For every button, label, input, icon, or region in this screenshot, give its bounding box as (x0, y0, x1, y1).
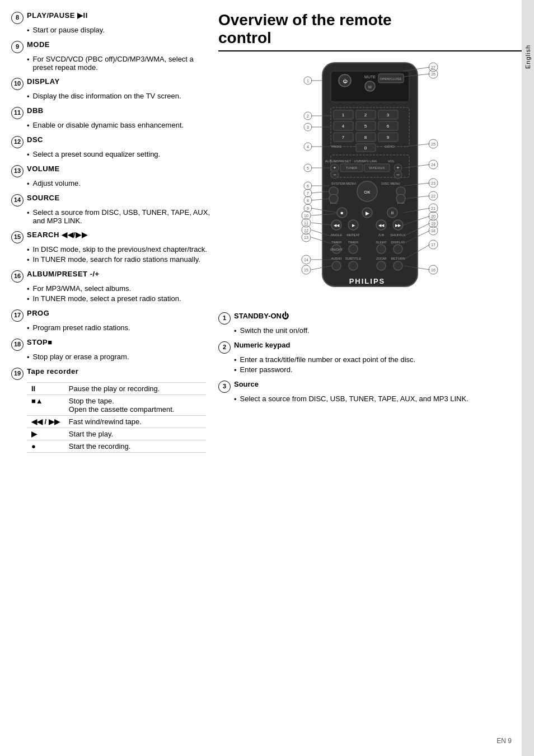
bullet-icon: • (27, 246, 30, 254)
section-19-number: 19 (11, 368, 24, 380)
section-13-title: VOLUME (27, 165, 60, 173)
svg-text:OK: OK (364, 190, 371, 195)
right-section-3-header: 3 Source (218, 380, 522, 393)
svg-text:◀◀: ◀◀ (378, 223, 385, 227)
section-11-number: 11 (11, 107, 24, 119)
right-sections: 1 STANDBY-ON⏻ • Switch the unit on/off. … (218, 312, 522, 403)
left-column: 8 PLAY/PAUSE ▶II • Start or pause displa… (11, 11, 218, 745)
svg-point-85 (394, 245, 402, 253)
section-15-body: • In DISC mode, skip to the previous/nex… (27, 245, 210, 264)
svg-text:TIMER: TIMER (331, 241, 342, 244)
svg-text:9: 9 (387, 135, 390, 140)
bullet-icon: • (27, 151, 30, 159)
svg-text:8: 8 (364, 135, 367, 140)
section-10-title: DISPLAY (27, 77, 60, 86)
tape-row-play: ▶ Start the play. (27, 428, 206, 440)
right-section-3-title: Source (234, 380, 259, 388)
right-section-1-number: 1 (218, 312, 231, 325)
svg-point-83 (349, 245, 358, 253)
remote-svg: ⏻ MUTE OPEN/CLOSE M (280, 57, 460, 303)
svg-text:23: 23 (431, 181, 435, 185)
svg-text:−: − (396, 172, 399, 177)
bullet-icon: • (234, 356, 237, 364)
section-8: 8 PLAY/PAUSE ▶II • Start or pause displa… (11, 11, 210, 35)
svg-text:0: 0 (364, 145, 367, 151)
svg-text:2: 2 (364, 112, 367, 118)
svg-text:6: 6 (387, 124, 390, 129)
remote-diagram: ⏻ MUTE OPEN/CLOSE M (280, 57, 460, 303)
section-13-body: • Adjust volume. (27, 179, 210, 188)
section-17-bullet-1: • Program preset radio stations. (27, 323, 210, 332)
svg-point-93 (394, 261, 402, 270)
right-section-1-bullet-1: • Switch the unit on/off. (234, 326, 522, 335)
page-footer: EN 9 (496, 737, 512, 745)
section-11-bullet-1: • Enable or disable dynamic bass enhance… (27, 121, 210, 130)
bullet-icon: • (27, 285, 30, 293)
tape-row-stop: ■▲ Stop the tape.Open the cassette compa… (27, 395, 206, 416)
bullet-icon: • (234, 395, 237, 403)
section-8-number: 8 (11, 12, 24, 24)
svg-text:RETURN: RETURN (391, 257, 405, 260)
tape-row-wind: ◀◀ / ▶▶ Fast wind/rewind tape. (27, 416, 206, 428)
svg-point-84 (377, 245, 386, 253)
bullet-icon: • (27, 26, 30, 35)
section-15-header: 15 SEARCH ◀◀/▶▶ (11, 231, 210, 243)
section-15-bullet-2: • In TUNER mode, search for radio statio… (27, 255, 210, 264)
tape-desc-pause: Pause the play or recording. (64, 383, 206, 395)
svg-text:12: 12 (304, 228, 308, 232)
tape-desc-stop: Stop the tape.Open the cassette compartm… (64, 395, 206, 416)
page-title: Overview of the remotecontrol (218, 11, 522, 51)
tape-row-pause: II Pause the play or recording. (27, 383, 206, 395)
svg-text:PROG: PROG (331, 145, 341, 148)
section-9-number: 9 (11, 41, 24, 53)
section-16-body: • For MP3/WMA, select albums. • In TUNER… (27, 284, 210, 303)
right-section-3-bullet-1: • Select a source from DISC, USB, TUNER,… (234, 395, 522, 403)
svg-text:▶: ▶ (366, 210, 369, 216)
section-13: 13 VOLUME • Adjust volume. (11, 165, 210, 188)
right-section-3-body: • Select a source from DISC, USB, TUNER,… (234, 395, 522, 403)
section-14-body: • Select a source from DISC, USB, TUNER,… (27, 208, 210, 225)
svg-text:GOTO: GOTO (385, 145, 395, 148)
svg-text:REPEAT: REPEAT (346, 233, 360, 237)
svg-text:⏻: ⏻ (343, 79, 348, 84)
svg-text:2: 2 (307, 114, 309, 118)
right-section-1-title: STANDBY-ON⏻ (234, 312, 289, 320)
svg-text:9: 9 (307, 206, 309, 210)
section-8-title: PLAY/PAUSE ▶II (27, 11, 88, 20)
section-19-title: Tape recorder (27, 367, 78, 375)
bullet-icon: • (27, 209, 30, 217)
bullet-icon: • (234, 327, 237, 335)
section-16-number: 16 (11, 270, 24, 283)
section-11-title: DBB (27, 106, 44, 115)
section-12-body: • Select a preset sound equalizer settin… (27, 150, 210, 159)
svg-text:3: 3 (387, 112, 390, 118)
section-9: 9 MODE • For SVCD/VCD (PBC off)/CD/MP3/W… (11, 40, 210, 72)
svg-text:16: 16 (431, 268, 435, 272)
section-10-header: 10 DISPLAY (11, 77, 210, 90)
right-section-3: 3 Source • Select a source from DISC, US… (218, 380, 522, 403)
svg-text:26: 26 (431, 72, 435, 76)
tape-desc-record: Start the recording. (64, 440, 206, 453)
bullet-icon: • (27, 353, 30, 361)
bullet-icon: • (27, 92, 30, 101)
svg-text:▶▶: ▶▶ (395, 223, 401, 227)
svg-text:27: 27 (431, 65, 435, 69)
bullet-icon: • (27, 180, 30, 188)
bullet-icon: • (234, 366, 237, 374)
section-12-bullet-1: • Select a preset sound equalizer settin… (27, 150, 210, 159)
svg-text:+: + (333, 165, 336, 171)
tape-symbol-stop: ■▲ (27, 395, 64, 416)
svg-text:AUDIO: AUDIO (331, 257, 341, 260)
section-10-number: 10 (11, 78, 24, 90)
right-section-2-header: 2 Numeric keypad (218, 341, 522, 354)
svg-text:OPEN/CLOSE: OPEN/CLOSE (380, 77, 401, 81)
svg-text:17: 17 (431, 243, 435, 247)
right-section-2-title: Numeric keypad (234, 341, 290, 349)
tape-symbol-record: ● (27, 440, 64, 453)
tape-table: II Pause the play or recording. ■▲ Stop … (27, 382, 206, 453)
side-tab-label: English (524, 45, 531, 69)
svg-text:DISPLAY: DISPLAY (391, 241, 405, 244)
svg-text:SUBTITLE: SUBTITLE (345, 257, 362, 260)
svg-text:DISC MENU: DISC MENU (381, 182, 400, 185)
section-10: 10 DISPLAY • Display the disc informatio… (11, 77, 210, 101)
